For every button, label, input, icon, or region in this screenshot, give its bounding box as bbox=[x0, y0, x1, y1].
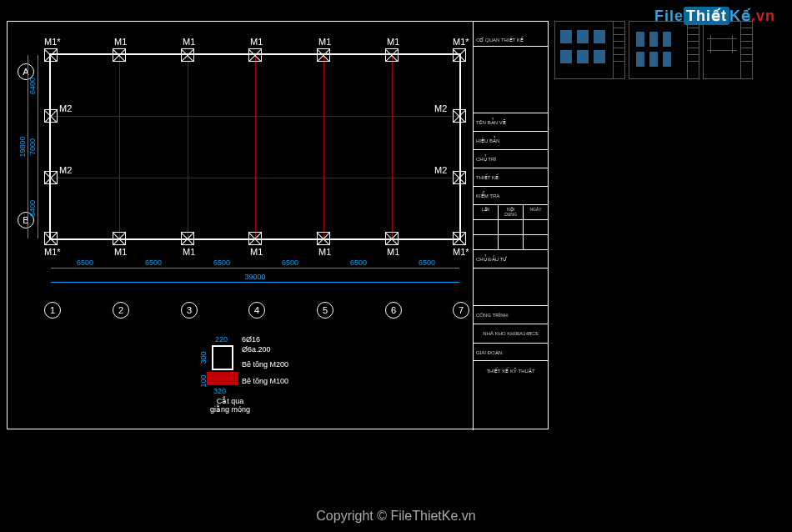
axis-bubble: 1 bbox=[44, 302, 61, 319]
thumbnail-strip bbox=[554, 21, 753, 79]
foundation-plan: M1* M1 M1 M1 M1 M1 M1* M1* M1 M1 M1 M1 M… bbox=[51, 55, 459, 238]
title-block: CƠ QUAN THIẾT KẾ TÊN BẢN VẼ HIỆU BẢN CHỦ… bbox=[473, 22, 548, 430]
section-title: Cắt qua giằng móng bbox=[210, 397, 250, 414]
footing-label: M1* bbox=[44, 37, 61, 47]
watermark-logo: FileThiếtKế.vn bbox=[654, 7, 775, 25]
thumbnail[interactable] bbox=[703, 21, 753, 79]
section-detail: 220 300 100 320 6Ø16 Ø6a.200 Bê tông M20… bbox=[187, 339, 353, 422]
footing bbox=[44, 48, 58, 62]
drawing-area: M1* M1 M1 M1 M1 M1 M1* M1* M1 M1 M1 M1 M… bbox=[8, 22, 474, 430]
dimension-line bbox=[51, 268, 459, 269]
drawing-sheet: M1* M1 M1 M1 M1 M1 M1* M1* M1 M1 M1 M1 M… bbox=[7, 21, 549, 429]
thumbnail[interactable] bbox=[554, 21, 625, 79]
copyright-text: Copyright © FileThietKe.vn bbox=[0, 509, 792, 524]
thumbnail[interactable] bbox=[629, 21, 699, 79]
dimension-text: 6500 bbox=[77, 258, 93, 267]
